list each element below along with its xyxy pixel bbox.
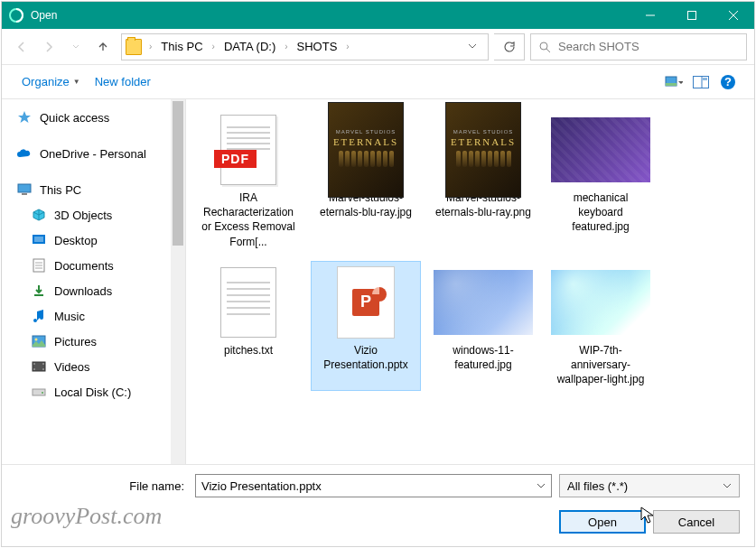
document-icon [31, 257, 47, 274]
search-input[interactable] [558, 40, 739, 53]
cancel-button[interactable]: Cancel [653, 510, 740, 534]
chevron-down-icon[interactable] [723, 479, 732, 493]
chevron-right-icon[interactable]: › [147, 42, 154, 51]
file-item[interactable]: PDF IRA Recharacterization or Excess Rem… [193, 108, 303, 254]
sidebar-quick-access[interactable]: Quick access [2, 105, 185, 130]
sidebar-videos[interactable]: Videos [2, 354, 185, 379]
new-folder-button[interactable]: New folder [88, 71, 158, 92]
sidebar-documents[interactable]: Documents [2, 253, 185, 278]
svg-rect-14 [18, 184, 31, 192]
file-item-selected[interactable]: P Vizio Presentation.pptx [311, 261, 421, 392]
svg-rect-11 [703, 78, 707, 80]
star-icon [16, 109, 33, 125]
address-dropdown-icon[interactable] [461, 36, 484, 57]
svg-rect-29 [33, 389, 45, 395]
sidebar-pictures[interactable]: Pictures [2, 329, 185, 354]
pdf-badge-icon: PDF [214, 150, 257, 168]
help-button[interactable]: ? [716, 70, 740, 94]
dialog-footer: File name: Vizio Presentation.pptx All f… [2, 464, 754, 546]
svg-rect-15 [22, 193, 27, 195]
drive-icon [31, 384, 47, 400]
svg-line-6 [546, 49, 550, 52]
chevron-down-icon[interactable] [537, 479, 546, 493]
command-bar: Organize▼ New folder ? [2, 65, 754, 99]
breadcrumb-shots[interactable]: SHOTS [292, 38, 343, 55]
file-name: Vizio Presentation.pptx [315, 343, 416, 372]
sidebar-3d-objects[interactable]: 3D Objects [2, 202, 185, 228]
file-list[interactable]: PDF IRA Recharacterization or Excess Rem… [186, 99, 754, 464]
view-options-button[interactable] [662, 70, 686, 94]
file-item[interactable]: mechanical keyboard featured.jpg [546, 108, 656, 254]
preview-pane-button[interactable] [689, 70, 713, 94]
file-item[interactable]: windows-11-featured.jpg [428, 261, 538, 392]
search-icon [538, 41, 551, 53]
chevron-right-icon[interactable]: › [344, 42, 350, 51]
forward-button[interactable] [36, 34, 61, 60]
desktop-icon [31, 232, 47, 248]
music-icon [31, 308, 47, 324]
up-button[interactable] [90, 34, 116, 60]
file-item[interactable]: MARVEL STUDIOSETERNALS Marvel-studios-et… [311, 108, 421, 254]
sidebar-music[interactable]: Music [2, 303, 185, 329]
file-type-filter[interactable]: All files (*.*) [559, 474, 740, 497]
filename-label: File name: [16, 479, 188, 493]
file-name: WIP-7th-anniversary-wallpaper-light.jpg [550, 343, 651, 387]
cube-icon [31, 207, 47, 223]
refresh-button[interactable] [494, 33, 525, 60]
sidebar-downloads[interactable]: Downloads [2, 278, 185, 303]
svg-rect-28 [42, 368, 44, 370]
breadcrumb-data[interactable]: DATA (D:) [219, 38, 281, 55]
file-item[interactable]: WIP-7th-anniversary-wallpaper-light.jpg [546, 261, 656, 392]
open-button[interactable]: Open [559, 510, 646, 534]
chevron-right-icon[interactable]: › [210, 42, 217, 51]
picture-icon [31, 333, 47, 349]
sidebar-onedrive[interactable]: OneDrive - Personal [2, 141, 185, 166]
svg-point-30 [42, 392, 43, 394]
close-button[interactable] [713, 2, 754, 29]
navigation-bar: › This PC › DATA (D:) › SHOTS › [2, 29, 754, 65]
filename-input[interactable]: Vizio Presentation.pptx [195, 474, 552, 497]
download-icon [31, 283, 47, 299]
app-icon [9, 8, 23, 23]
search-box[interactable] [530, 33, 747, 60]
svg-rect-27 [42, 363, 44, 365]
svg-rect-2 [688, 12, 696, 20]
organize-menu[interactable]: Organize▼ [14, 71, 88, 92]
back-button[interactable] [9, 34, 34, 60]
file-name: mechanical keyboard featured.jpg [550, 190, 651, 235]
address-bar[interactable]: › This PC › DATA (D:) › SHOTS › [121, 33, 489, 60]
maximize-button[interactable] [671, 2, 713, 29]
navigation-pane: Quick access OneDrive - Personal This PC… [2, 99, 186, 464]
window-title: Open [31, 9, 630, 22]
svg-rect-17 [34, 237, 43, 242]
sidebar-desktop[interactable]: Desktop [2, 228, 185, 253]
cloud-icon [16, 145, 33, 162]
video-icon [31, 358, 47, 375]
file-item[interactable]: MARVEL STUDIOSETERNALS Marvel-studios-et… [428, 108, 538, 254]
svg-rect-25 [33, 363, 35, 365]
recent-dropdown-icon[interactable] [63, 34, 89, 60]
sidebar-scrollbar[interactable] [171, 99, 185, 464]
file-name: windows-11-featured.jpg [433, 343, 534, 372]
file-name: pitches.txt [224, 343, 273, 358]
sidebar-this-pc[interactable]: This PC [2, 177, 185, 202]
folder-icon [126, 39, 142, 55]
breadcrumb-thispc[interactable]: This PC [155, 38, 208, 55]
scrollbar-thumb[interactable] [173, 101, 183, 246]
chevron-right-icon[interactable]: › [283, 42, 289, 51]
minimize-button[interactable] [630, 2, 671, 29]
svg-point-23 [35, 339, 38, 341]
monitor-icon [16, 181, 33, 198]
svg-rect-8 [666, 83, 677, 86]
sidebar-local-disk[interactable]: Local Disk (C:) [2, 379, 185, 404]
open-dialog: Open › This PC › DATA (D:) › SHOTS › Or [1, 1, 755, 547]
dialog-body: Quick access OneDrive - Personal This PC… [2, 99, 754, 464]
svg-rect-26 [33, 368, 35, 370]
file-item[interactable]: pitches.txt [193, 261, 303, 392]
svg-point-5 [540, 42, 547, 50]
file-name: IRA Recharacterization or Excess Removal… [198, 190, 299, 249]
titlebar: Open [2, 2, 754, 29]
svg-text:?: ? [724, 75, 732, 88]
